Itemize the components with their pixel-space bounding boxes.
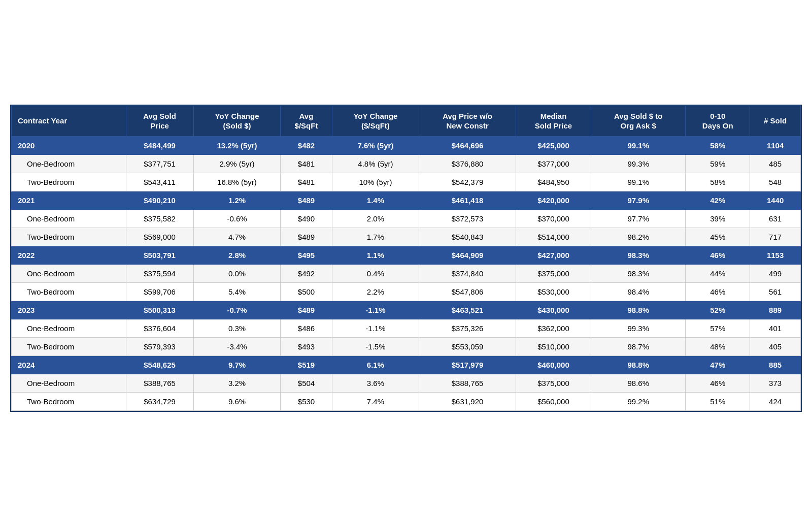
cell-avg_sqft: $500 — [281, 282, 332, 301]
cell-avg_sqft: $489 — [281, 191, 332, 209]
cell-median_sold: $484,950 — [516, 173, 591, 191]
cell-median_sold: $460,000 — [516, 356, 591, 374]
cell-avg_to_ask: 98.8% — [591, 301, 686, 319]
cell-avg_sold_price: $375,582 — [126, 209, 193, 228]
cell-sold: 401 — [750, 319, 801, 337]
cell-avg_sqft: $493 — [281, 337, 332, 356]
cell-avg_wo_new: $374,840 — [419, 264, 516, 282]
cell-yoy_sold: 9.7% — [193, 356, 281, 374]
year-row: 2023$500,313-0.7%$489-1.1%$463,521$430,0… — [12, 301, 801, 319]
cell-median_sold: $427,000 — [516, 246, 591, 264]
cell-yoy_sqft: 7.4% — [332, 392, 419, 410]
cell-avg_wo_new: $517,979 — [419, 356, 516, 374]
cell-median_sold: $430,000 — [516, 301, 591, 319]
cell-avg_to_ask: 99.3% — [591, 154, 686, 173]
cell-avg_to_ask: 98.6% — [591, 374, 686, 392]
header-avg-sqft: Avg$/SqFt — [281, 106, 332, 136]
cell-avg_sold_price: $569,000 — [126, 228, 193, 246]
cell-avg_wo_new: $464,696 — [419, 136, 516, 154]
header-yoy-sold: YoY Change(Sold $) — [193, 106, 281, 136]
cell-yoy_sold: 3.2% — [193, 374, 281, 392]
header-row: Contract Year Avg SoldPrice YoY Change(S… — [12, 106, 801, 136]
cell-sold: 889 — [750, 301, 801, 319]
cell-median_sold: $370,000 — [516, 209, 591, 228]
cell-yoy_sold: 0.3% — [193, 319, 281, 337]
cell-yoy_sold: -3.4% — [193, 337, 281, 356]
cell-yoy_sold: 1.2% — [193, 191, 281, 209]
cell-median_sold: $514,000 — [516, 228, 591, 246]
header-avg-wo-new: Avg Price w/oNew Constr — [419, 106, 516, 136]
cell-avg_sqft: $489 — [281, 228, 332, 246]
cell-yoy_sqft: 2.2% — [332, 282, 419, 301]
cell-sold: 548 — [750, 173, 801, 191]
cell-contract_year: Two-Bedroom — [12, 173, 126, 191]
cell-avg_wo_new: $376,880 — [419, 154, 516, 173]
cell-avg_sold_price: $376,604 — [126, 319, 193, 337]
header-avg-to-ask: Avg Sold $ toOrg Ask $ — [591, 106, 686, 136]
cell-sold: 1440 — [750, 191, 801, 209]
cell-avg_wo_new: $631,920 — [419, 392, 516, 410]
cell-contract_year: 2023 — [12, 301, 126, 319]
cell-sold: 499 — [750, 264, 801, 282]
cell-avg_wo_new: $464,909 — [419, 246, 516, 264]
cell-sold: 424 — [750, 392, 801, 410]
sub-row: One-Bedroom$375,5940.0%$4920.4%$374,840$… — [12, 264, 801, 282]
cell-median_sold: $510,000 — [516, 337, 591, 356]
sub-row: Two-Bedroom$634,7299.6%$5307.4%$631,920$… — [12, 392, 801, 410]
cell-yoy_sqft: 4.8% (5yr) — [332, 154, 419, 173]
cell-yoy_sold: 16.8% (5yr) — [193, 173, 281, 191]
cell-yoy_sold: -0.7% — [193, 301, 281, 319]
cell-sold: 1153 — [750, 246, 801, 264]
cell-yoy_sqft: -1.5% — [332, 337, 419, 356]
cell-days_on: 45% — [686, 228, 750, 246]
header-contract-year: Contract Year — [12, 106, 126, 136]
main-table-wrapper: Contract Year Avg SoldPrice YoY Change(S… — [10, 105, 802, 412]
cell-median_sold: $560,000 — [516, 392, 591, 410]
cell-yoy_sqft: 1.4% — [332, 191, 419, 209]
cell-avg_sqft: $519 — [281, 356, 332, 374]
cell-median_sold: $375,000 — [516, 264, 591, 282]
cell-avg_to_ask: 98.3% — [591, 246, 686, 264]
sub-row: One-Bedroom$377,7512.9% (5yr)$4814.8% (5… — [12, 154, 801, 173]
cell-yoy_sold: 0.0% — [193, 264, 281, 282]
cell-median_sold: $425,000 — [516, 136, 591, 154]
cell-sold: 405 — [750, 337, 801, 356]
cell-days_on: 51% — [686, 392, 750, 410]
cell-yoy_sqft: 10% (5yr) — [332, 173, 419, 191]
cell-days_on: 44% — [686, 264, 750, 282]
cell-avg_sold_price: $543,411 — [126, 173, 193, 191]
cell-contract_year: One-Bedroom — [12, 374, 126, 392]
year-row: 2021$490,2101.2%$4891.4%$461,418$420,000… — [12, 191, 801, 209]
cell-sold: 485 — [750, 154, 801, 173]
cell-median_sold: $375,000 — [516, 374, 591, 392]
cell-avg_to_ask: 98.3% — [591, 264, 686, 282]
cell-median_sold: $377,000 — [516, 154, 591, 173]
data-table: Contract Year Avg SoldPrice YoY Change(S… — [11, 106, 801, 411]
sub-row: Two-Bedroom$599,7065.4%$5002.2%$547,806$… — [12, 282, 801, 301]
cell-avg_wo_new: $372,573 — [419, 209, 516, 228]
cell-sold: 717 — [750, 228, 801, 246]
cell-avg_sqft: $486 — [281, 319, 332, 337]
cell-yoy_sold: 13.2% (5yr) — [193, 136, 281, 154]
cell-avg_sqft: $481 — [281, 173, 332, 191]
cell-avg_wo_new: $463,521 — [419, 301, 516, 319]
header-yoy-sqft: YoY Change($/SqFt) — [332, 106, 419, 136]
cell-avg_sold_price: $490,210 — [126, 191, 193, 209]
cell-avg_to_ask: 97.7% — [591, 209, 686, 228]
sub-row: Two-Bedroom$579,393-3.4%$493-1.5%$553,05… — [12, 337, 801, 356]
cell-yoy_sqft: 1.1% — [332, 246, 419, 264]
cell-yoy_sqft: 3.6% — [332, 374, 419, 392]
cell-avg_to_ask: 99.1% — [591, 173, 686, 191]
cell-sold: 631 — [750, 209, 801, 228]
cell-contract_year: One-Bedroom — [12, 154, 126, 173]
cell-avg_wo_new: $375,326 — [419, 319, 516, 337]
cell-yoy_sold: 9.6% — [193, 392, 281, 410]
cell-avg_wo_new: $461,418 — [419, 191, 516, 209]
cell-contract_year: One-Bedroom — [12, 264, 126, 282]
cell-days_on: 46% — [686, 282, 750, 301]
year-row: 2022$503,7912.8%$4951.1%$464,909$427,000… — [12, 246, 801, 264]
cell-contract_year: Two-Bedroom — [12, 282, 126, 301]
cell-sold: 885 — [750, 356, 801, 374]
cell-avg_sold_price: $388,765 — [126, 374, 193, 392]
cell-yoy_sold: 5.4% — [193, 282, 281, 301]
